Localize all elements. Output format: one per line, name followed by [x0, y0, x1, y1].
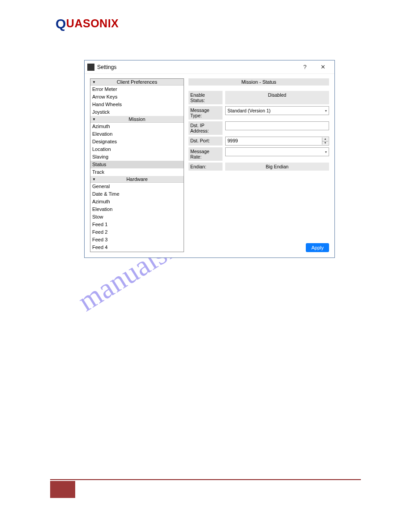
label-dst-ip: Dst. IP Address:: [188, 121, 223, 135]
tree-item-status[interactable]: Status: [90, 161, 184, 168]
settings-panel: Mission - Status Enable Status: Disabled…: [188, 78, 329, 252]
section-label: Client Preferences: [117, 79, 158, 85]
settings-tree: ▼ Client Preferences Error Meter Arrow K…: [90, 78, 184, 252]
tree-item-date-time[interactable]: Date & Time: [90, 190, 184, 198]
tree-item-designates[interactable]: Designates: [90, 138, 184, 146]
tree-item-slaving[interactable]: Slaving: [90, 153, 184, 161]
row-dst-port: Dst. Port: 9999 ▲ ▼: [188, 137, 329, 146]
tree-item-track[interactable]: Track: [90, 168, 184, 176]
tree-section-client-preferences[interactable]: ▼ Client Preferences: [90, 79, 184, 86]
tree-item-location[interactable]: Location: [90, 146, 184, 153]
footer-box: [50, 481, 75, 498]
row-message-type: Message Type: Standard (Version 1) ▾: [188, 106, 329, 120]
dialog-title: Settings: [97, 64, 116, 70]
chevron-down-icon: ▼: [92, 80, 96, 84]
brand-logo: Quasonix: [56, 16, 119, 31]
input-dst-ip[interactable]: [225, 121, 329, 130]
tree-item-joystick[interactable]: Joystick: [90, 108, 184, 116]
help-button[interactable]: ?: [296, 64, 314, 70]
settings-dialog: Settings ? ✕ ▼ Client Preferences Error …: [84, 60, 335, 258]
panel-title: Mission - Status: [188, 78, 329, 86]
tree-item-hw-elevation[interactable]: Elevation: [90, 206, 184, 213]
tree-item-feed-1[interactable]: Feed 1: [90, 221, 184, 228]
label-enable-status: Enable Status:: [188, 91, 223, 104]
close-button[interactable]: ✕: [314, 64, 332, 70]
tree-section-mission[interactable]: ▼ Mission: [90, 116, 184, 123]
select-value: Standard (Version 1): [227, 108, 270, 113]
value-enable-status[interactable]: Disabled: [225, 91, 329, 104]
spin-up-icon[interactable]: ▲: [322, 137, 328, 142]
logo-first-letter: Q: [56, 16, 66, 31]
row-message-rate: Message Rate: ▾: [188, 147, 329, 161]
chevron-down-icon: ▾: [325, 150, 327, 154]
label-message-rate: Message Rate:: [188, 147, 223, 161]
row-endian: Endian: Big Endian: [188, 163, 329, 171]
chevron-down-icon: ▾: [325, 109, 327, 113]
tree-section-hardware[interactable]: ▼ Hardware: [90, 176, 184, 183]
tree-item-hand-wheels[interactable]: Hand Wheels: [90, 101, 184, 108]
chevron-down-icon: ▼: [92, 117, 96, 121]
tree-item-feed-2[interactable]: Feed 2: [90, 228, 184, 236]
apply-button[interactable]: Apply: [306, 243, 329, 252]
label-message-type: Message Type:: [188, 106, 223, 120]
tree-item-stow[interactable]: Stow: [90, 213, 184, 221]
app-icon: [87, 64, 94, 71]
row-enable-status: Enable Status: Disabled: [188, 91, 329, 104]
tree-item-general[interactable]: General: [90, 183, 184, 190]
spin-down-icon[interactable]: ▼: [322, 142, 328, 145]
label-dst-port: Dst. Port:: [188, 137, 223, 146]
tree-item-azimuth[interactable]: Azimuth: [90, 123, 184, 130]
select-message-type[interactable]: Standard (Version 1) ▾: [225, 106, 329, 115]
chevron-down-icon: ▼: [92, 177, 96, 181]
select-message-rate[interactable]: ▾: [225, 147, 329, 156]
tree-item-dehydrator[interactable]: Dehydrator: [90, 251, 184, 252]
logo-rest: uasonix: [66, 17, 119, 30]
tree-item-elevation[interactable]: Elevation: [90, 130, 184, 138]
section-label: Hardware: [126, 176, 148, 182]
spinner-value: 9999: [227, 138, 238, 143]
tree-item-feed-3[interactable]: Feed 3: [90, 236, 184, 244]
value-endian[interactable]: Big Endian: [225, 163, 329, 171]
tree-item-arrow-keys[interactable]: Arrow Keys: [90, 93, 184, 101]
titlebar: Settings ? ✕: [85, 60, 334, 74]
footer-rule: [50, 479, 361, 480]
row-dst-ip: Dst. IP Address:: [188, 121, 329, 135]
tree-item-feed-4[interactable]: Feed 4: [90, 244, 184, 251]
label-endian: Endian:: [188, 163, 223, 171]
tree-item-error-meter[interactable]: Error Meter: [90, 86, 184, 93]
spinner-dst-port[interactable]: 9999 ▲ ▼: [225, 137, 329, 146]
tree-item-hw-azimuth[interactable]: Azimuth: [90, 198, 184, 206]
section-label: Mission: [128, 116, 145, 122]
